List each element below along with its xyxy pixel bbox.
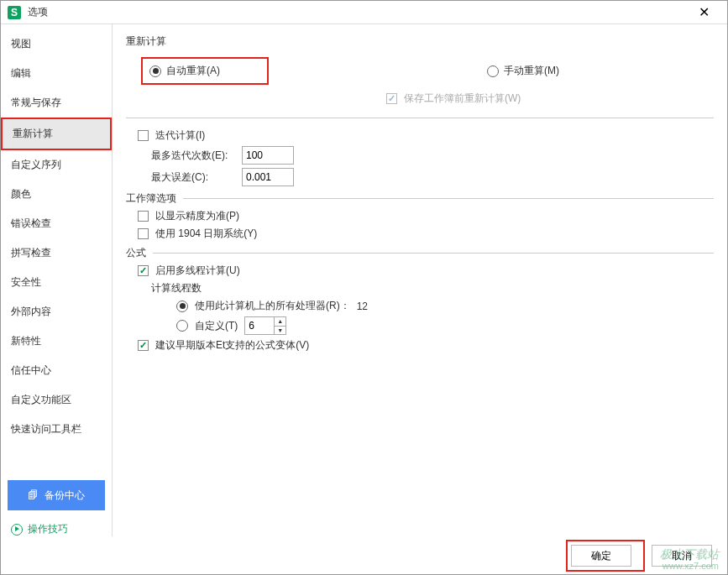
sidebar-item-edit[interactable]: 编辑 (1, 59, 112, 88)
recalc-section-title: 重新计算 (126, 34, 714, 49)
content-panel: 重新计算 自动重算(A) 手动重算(M) 保存工作簿前重新计算(W) 迭代计算(… (113, 24, 727, 536)
sidebar-item-trust-center[interactable]: 信任中心 (1, 356, 112, 385)
tips-link[interactable]: 操作技巧 (11, 522, 102, 536)
compat-label: 建议早期版本Et支持的公式变体(V) (155, 338, 309, 353)
backup-icon: 🗐 (28, 489, 38, 501)
sidebar-item-quick-access[interactable]: 快速访问工具栏 (1, 415, 112, 444)
sidebar-item-new-features[interactable]: 新特性 (1, 327, 112, 356)
multithread-label: 启用多线程计算(U) (155, 264, 240, 278)
sidebar: 视图 编辑 常规与保存 重新计算 自定义序列 颜色 错误检查 拼写检查 安全性 … (1, 24, 113, 536)
max-iter-label: 最多迭代次数(E): (151, 149, 235, 163)
save-recalc-checkbox (386, 93, 397, 104)
max-iter-input[interactable] (242, 146, 294, 165)
custom-threads-label: 自定义(T) (195, 319, 238, 333)
sidebar-item-spell-check[interactable]: 拼写检查 (1, 238, 112, 268)
play-icon (11, 524, 23, 536)
workbook-legend: 工作簿选项 (126, 191, 183, 206)
iter-checkbox[interactable] (138, 130, 149, 141)
multithread-checkbox[interactable] (138, 265, 149, 276)
iter-label: 迭代计算(I) (155, 128, 205, 143)
sidebar-item-security[interactable]: 安全性 (1, 268, 112, 297)
spin-down-icon[interactable]: ▼ (275, 327, 285, 335)
manual-recalc-label: 手动重算(M) (504, 64, 559, 78)
auto-recalc-label: 自动重算(A) (166, 64, 220, 78)
sidebar-item-color[interactable]: 颜色 (1, 180, 112, 209)
sidebar-item-external[interactable]: 外部内容 (1, 297, 112, 327)
precision-checkbox[interactable] (138, 211, 149, 222)
all-proc-radio[interactable] (176, 301, 188, 312)
backup-center-button[interactable]: 🗐 备份中心 (8, 480, 105, 510)
proc-count: 12 (357, 301, 368, 312)
date1904-checkbox[interactable] (138, 228, 149, 239)
sidebar-item-error-check[interactable]: 错误检查 (1, 209, 112, 238)
custom-threads-radio[interactable] (176, 320, 188, 332)
precision-label: 以显示精度为准(P) (155, 209, 239, 223)
custom-threads-stepper[interactable]: ▲▼ (244, 316, 286, 335)
close-button[interactable]: ✕ (687, 1, 720, 24)
date1904-label: 使用 1904 日期系统(Y) (155, 227, 257, 241)
sidebar-item-general-save[interactable]: 常规与保存 (1, 88, 112, 118)
sidebar-item-custom-ribbon[interactable]: 自定义功能区 (1, 385, 112, 415)
window-title: 选项 (28, 5, 687, 19)
save-recalc-label: 保存工作簿前重新计算(W) (404, 91, 521, 106)
max-err-input[interactable] (242, 168, 294, 186)
sidebar-item-recalc[interactable]: 重新计算 (1, 118, 112, 150)
app-icon: S (8, 6, 21, 19)
sidebar-item-view[interactable]: 视图 (1, 29, 112, 59)
threads-label: 计算线程数 (151, 281, 202, 295)
backup-label: 备份中心 (45, 489, 85, 503)
max-err-label: 最大误差(C): (151, 170, 235, 185)
manual-recalc-radio[interactable] (487, 65, 499, 77)
ok-button[interactable]: 确定 (571, 545, 631, 567)
spin-up-icon[interactable]: ▲ (275, 317, 285, 327)
compat-checkbox[interactable] (138, 340, 149, 351)
cancel-button[interactable]: 取消 (652, 545, 712, 567)
tips-label: 操作技巧 (28, 522, 68, 536)
auto-recalc-radio[interactable] (149, 65, 161, 77)
all-proc-label: 使用此计算机上的所有处理器(R)： (195, 299, 350, 313)
sidebar-item-custom-list[interactable]: 自定义序列 (1, 150, 112, 180)
custom-threads-input[interactable] (245, 317, 274, 334)
formula-legend: 公式 (126, 246, 153, 260)
